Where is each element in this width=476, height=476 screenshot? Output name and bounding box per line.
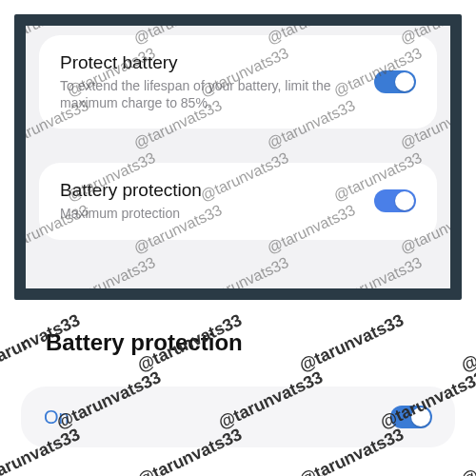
back-icon[interactable]: ‹ [21,329,29,356]
battery-protection-card[interactable]: Battery protection Maximum protection [39,163,437,239]
status-card: On [21,387,455,447]
status-toggle[interactable] [390,406,432,428]
top-settings-panel: Protect battery To extend the lifespan o… [14,14,462,300]
protect-battery-card: Protect battery To extend the lifespan o… [39,35,437,129]
battery-protection-subtitle: Maximum protection [60,205,363,222]
protect-battery-title: Protect battery [60,52,363,73]
battery-protection-toggle[interactable] [374,189,416,212]
protect-battery-description: To extend the lifespan of your battery, … [60,77,363,111]
bottom-settings-screen: ‹ Battery protection On @tarunvats33@tar… [0,314,476,447]
battery-protection-title: Battery protection [60,180,363,201]
status-label: On [44,407,69,428]
page-title: Battery protection [46,329,243,356]
protect-battery-toggle[interactable] [374,70,416,93]
